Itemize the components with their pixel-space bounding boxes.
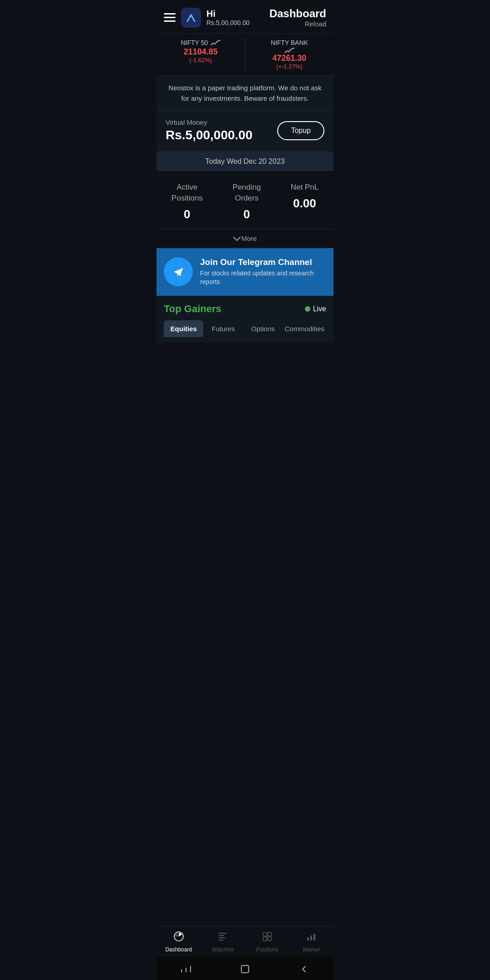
net-pnl-label: Net PnL bbox=[291, 182, 318, 193]
positions-icon bbox=[262, 931, 273, 945]
home-button[interactable] bbox=[238, 962, 252, 976]
nav-dashboard[interactable]: Dashboard bbox=[157, 931, 201, 953]
pending-orders-stat: PendingOrders 0 bbox=[233, 182, 261, 221]
svg-rect-11 bbox=[268, 932, 271, 936]
nifty50-ticker[interactable]: NIFTY 50 21104.85 (-1.62%) bbox=[157, 37, 245, 72]
svg-rect-12 bbox=[263, 937, 267, 941]
app-logo bbox=[181, 8, 201, 28]
nav-watchlist[interactable]: Watchlist bbox=[201, 931, 245, 953]
active-positions-label: ActivePositions bbox=[172, 182, 203, 204]
telegram-icon bbox=[164, 257, 193, 286]
net-pnl-value: 0.00 bbox=[291, 196, 318, 211]
tab-futures[interactable]: Futures bbox=[203, 320, 243, 337]
active-positions-value: 0 bbox=[172, 207, 203, 221]
niftybank-ticker[interactable]: NIFTY BANK 47261.30 (+-1.27%) bbox=[245, 37, 334, 72]
tab-equities[interactable]: Equities bbox=[164, 320, 203, 337]
back-button[interactable] bbox=[297, 962, 311, 976]
telegram-title: Join Our Telegram Channel bbox=[200, 257, 326, 267]
header: Hi Rs.5,00,000.00 Dashboard Reload bbox=[157, 0, 333, 33]
svg-rect-16 bbox=[314, 934, 315, 941]
svg-rect-8 bbox=[219, 937, 225, 938]
svg-rect-6 bbox=[219, 933, 227, 934]
market-icon bbox=[306, 931, 317, 945]
recent-apps-icon bbox=[180, 966, 192, 972]
nifty50-change: (-1.62%) bbox=[189, 57, 212, 64]
dashboard-icon bbox=[173, 931, 184, 945]
disclaimer-banner: Neostox is a paper trading platform. We … bbox=[157, 76, 333, 111]
chevron-down-icon bbox=[233, 233, 241, 241]
gainers-title: Top Gainers bbox=[164, 303, 221, 315]
header-left: Hi Rs.5,00,000.00 bbox=[164, 8, 250, 28]
tab-options[interactable]: Options bbox=[243, 320, 283, 337]
telegram-banner[interactable]: Join Our Telegram Channel For stocks rel… bbox=[157, 248, 333, 296]
svg-rect-17 bbox=[241, 965, 249, 973]
more-button[interactable]: More bbox=[157, 229, 333, 248]
recent-apps-button[interactable] bbox=[179, 962, 193, 976]
niftybank-value: 47261.30 bbox=[272, 54, 306, 63]
niftybank-label: NIFTY BANK bbox=[271, 39, 308, 46]
header-greeting: Hi Rs.5,00,000.00 bbox=[206, 9, 250, 26]
back-icon bbox=[299, 964, 309, 975]
stats-section: ActivePositions 0 PendingOrders 0 Net Pn… bbox=[157, 171, 333, 229]
hamburger-menu[interactable] bbox=[164, 13, 176, 22]
live-dot-icon bbox=[305, 306, 310, 312]
top-gainers-section: Top Gainers Live Equities Futures Option… bbox=[157, 296, 333, 343]
nav-positions-label: Positions bbox=[256, 946, 278, 953]
bottom-nav: Dashboard Watchlist Positions bbox=[157, 926, 333, 956]
telegram-description: For stocks related updates and research … bbox=[200, 269, 326, 287]
header-balance: Rs.5,00,000.00 bbox=[206, 19, 250, 26]
svg-rect-7 bbox=[219, 935, 224, 936]
svg-rect-10 bbox=[263, 932, 267, 936]
watchlist-icon bbox=[217, 931, 228, 945]
more-label: More bbox=[241, 235, 257, 242]
virtual-money-info: Virtual Money Rs.5,00,000.00 bbox=[166, 118, 253, 142]
net-pnl-stat: Net PnL 0.00 bbox=[291, 182, 318, 221]
header-right: Dashboard Reload bbox=[270, 7, 326, 28]
reload-button[interactable]: Reload bbox=[270, 20, 326, 28]
telegram-text: Join Our Telegram Channel For stocks rel… bbox=[200, 257, 326, 287]
nifty50-label: NIFTY 50 bbox=[181, 39, 220, 46]
gainers-header: Top Gainers Live bbox=[164, 303, 326, 315]
active-positions-stat: ActivePositions 0 bbox=[172, 182, 203, 221]
pending-orders-label: PendingOrders bbox=[233, 182, 261, 204]
gainers-tabs: Equities Futures Options Commodities bbox=[164, 320, 326, 337]
topup-button[interactable]: Topup bbox=[277, 121, 324, 140]
nav-positions[interactable]: Positions bbox=[245, 931, 289, 953]
virtual-money-amount: Rs.5,00,000.00 bbox=[166, 128, 253, 142]
virtual-money-section: Virtual Money Rs.5,00,000.00 Topup bbox=[157, 111, 333, 152]
live-label: Live bbox=[313, 305, 326, 313]
svg-rect-9 bbox=[219, 940, 223, 941]
svg-rect-14 bbox=[307, 937, 309, 941]
svg-rect-13 bbox=[268, 937, 271, 941]
tab-commodities[interactable]: Commodities bbox=[283, 320, 326, 337]
date-bar: Today Wed Dec 20 2023 bbox=[157, 152, 333, 171]
svg-rect-15 bbox=[310, 936, 312, 941]
home-icon bbox=[240, 964, 250, 975]
pending-orders-value: 0 bbox=[233, 207, 261, 221]
system-nav bbox=[157, 956, 333, 980]
disclaimer-text: Neostox is a paper trading platform. We … bbox=[168, 84, 321, 102]
nav-dashboard-label: Dashboard bbox=[165, 946, 192, 953]
greeting-text: Hi bbox=[206, 9, 250, 19]
page-title: Dashboard bbox=[270, 7, 326, 20]
ticker-bar: NIFTY 50 21104.85 (-1.62%) NIFTY BANK 47… bbox=[157, 33, 333, 76]
virtual-money-label: Virtual Money bbox=[166, 118, 253, 126]
nav-market-label: Market bbox=[303, 946, 320, 953]
nav-market[interactable]: Market bbox=[289, 931, 334, 953]
nav-watchlist-label: Watchlist bbox=[212, 946, 234, 953]
date-text: Today Wed Dec 20 2023 bbox=[206, 157, 285, 165]
live-indicator: Live bbox=[305, 305, 326, 313]
nifty50-value: 21104.85 bbox=[184, 47, 218, 57]
niftybank-change: (+-1.27%) bbox=[276, 63, 302, 70]
